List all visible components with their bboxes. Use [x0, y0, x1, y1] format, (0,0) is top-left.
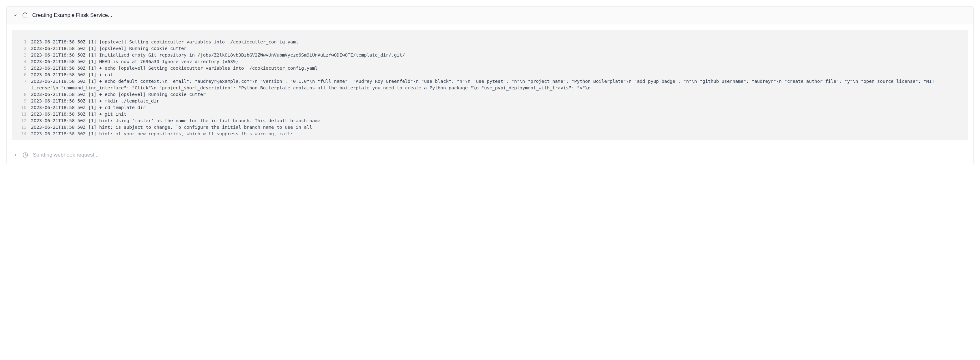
line-number: 8 — [20, 91, 31, 98]
line-text: 2023-06-21T18:58:50Z [1] Initialized emp… — [31, 52, 960, 59]
clock-icon — [22, 152, 29, 158]
line-text: 2023-06-21T18:58:50Z [1] HEAD is now at … — [31, 59, 960, 65]
line-number: 14 — [20, 131, 31, 137]
task-container: Creating Example Flask Service... 12023-… — [6, 6, 974, 164]
line-text: 2023-06-21T18:58:50Z [1] + echo [opsleve… — [31, 65, 960, 71]
log-line: 142023-06-21T18:58:50Z [1] hint: of your… — [20, 131, 960, 137]
line-text: 2023-06-21T18:58:50Z [1] [opslevel] Sett… — [31, 39, 960, 45]
log-line: 42023-06-21T18:58:50Z [1] HEAD is now at… — [20, 59, 960, 65]
line-number: 12 — [20, 117, 31, 124]
line-number: 3 — [20, 52, 31, 59]
chevron-down-icon[interactable] — [13, 13, 18, 18]
log-line: 122023-06-21T18:58:50Z [1] hint: Using '… — [20, 117, 960, 124]
line-number: 1 — [20, 39, 31, 45]
log-line: 82023-06-21T18:58:50Z [1] + echo [opslev… — [20, 91, 960, 98]
log-line: 132023-06-21T18:58:50Z [1] hint: is subj… — [20, 124, 960, 131]
line-text: 2023-06-21T18:58:50Z [1] [opslevel] Runn… — [31, 45, 960, 52]
line-number: 9 — [20, 98, 31, 105]
line-text: 2023-06-21T18:58:50Z [1] + cat — [31, 71, 960, 78]
next-task-title: Sending webhook request... — [33, 152, 99, 158]
log-line: 12023-06-21T18:58:50Z [1] [opslevel] Set… — [20, 39, 960, 45]
line-number: 2 — [20, 45, 31, 52]
log-line: 52023-06-21T18:58:50Z [1] + echo [opslev… — [20, 65, 960, 71]
next-task-row[interactable]: Sending webhook request... — [6, 146, 974, 164]
line-text: 2023-06-21T18:58:50Z [1] + cd template_d… — [31, 105, 960, 111]
line-number: 6 — [20, 71, 31, 78]
line-number: 10 — [20, 105, 31, 111]
line-text: 2023-06-21T18:58:50Z [1] + git init — [31, 111, 960, 117]
line-text: 2023-06-21T18:58:50Z [1] hint: is subjec… — [31, 124, 960, 131]
task-header[interactable]: Creating Example Flask Service... — [6, 6, 974, 24]
log-line: 102023-06-21T18:58:50Z [1] + cd template… — [20, 105, 960, 111]
log-line: 22023-06-21T18:58:50Z [1] [opslevel] Run… — [20, 45, 960, 52]
log-line: 92023-06-21T18:58:50Z [1] + mkdir ./temp… — [20, 98, 960, 105]
chevron-right-icon[interactable] — [13, 152, 18, 157]
log-line: 72023-06-21T18:58:50Z [1] + echo default… — [20, 78, 960, 91]
line-number: 13 — [20, 124, 31, 131]
log-line: 62023-06-21T18:58:50Z [1] + cat — [20, 71, 960, 78]
log-line: 32023-06-21T18:58:50Z [1] Initialized em… — [20, 52, 960, 59]
line-number: 5 — [20, 65, 31, 71]
line-text: 2023-06-21T18:58:50Z [1] + echo default_… — [31, 78, 960, 91]
line-text: 2023-06-21T18:58:50Z [1] hint: Using 'ma… — [31, 117, 960, 124]
line-text: 2023-06-21T18:58:50Z [1] hint: of your n… — [31, 131, 960, 137]
log-line: 112023-06-21T18:58:50Z [1] + git init — [20, 111, 960, 117]
line-text: 2023-06-21T18:58:50Z [1] + mkdir ./templ… — [31, 98, 960, 105]
line-number: 4 — [20, 59, 31, 65]
line-text: 2023-06-21T18:58:50Z [1] + echo [opsleve… — [31, 91, 960, 98]
line-number: 7 — [20, 78, 31, 85]
log-output[interactable]: 12023-06-21T18:58:50Z [1] [opslevel] Set… — [12, 30, 968, 140]
task-title: Creating Example Flask Service... — [32, 12, 112, 19]
line-number: 11 — [20, 111, 31, 117]
spinner-icon — [22, 13, 28, 18]
